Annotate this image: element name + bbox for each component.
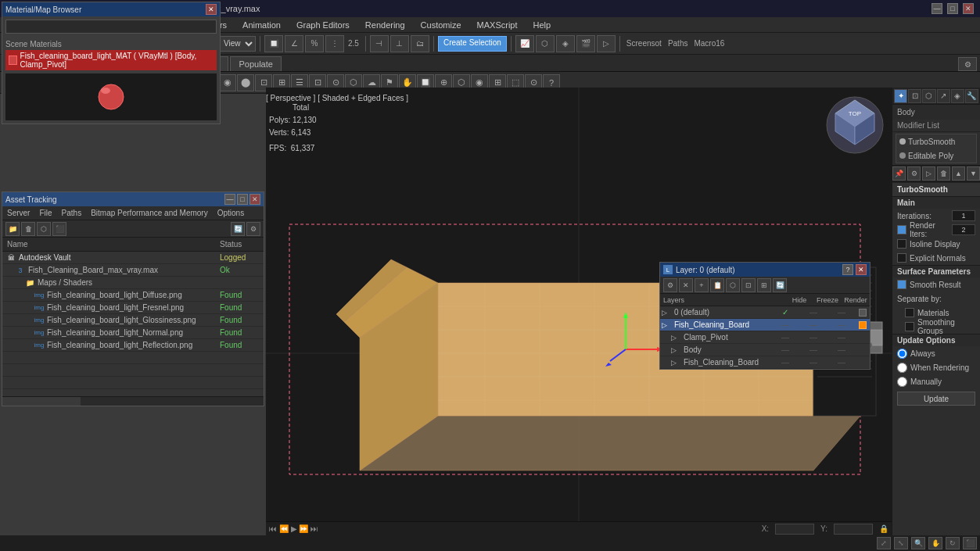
tb2-btn-13[interactable]: ◉ <box>219 74 236 91</box>
explicit-normals-checkbox[interactable] <box>897 253 906 263</box>
x-input[interactable] <box>775 524 814 535</box>
table-row[interactable] <box>2 364 264 377</box>
table-row[interactable]: img Fish_cleaning_board_light_Glossiness… <box>2 314 264 327</box>
mod-config-btn[interactable]: ⚙ <box>907 166 921 181</box>
angle-snap[interactable]: ∠ <box>285 35 303 52</box>
maximize-viewport-btn[interactable]: ⬛ <box>963 537 977 549</box>
layer-help-btn[interactable]: ? <box>842 264 853 275</box>
layer-tb-4[interactable]: 📋 <box>710 278 724 292</box>
tb2-btn-14[interactable]: ⬤ <box>237 74 254 91</box>
mat-browser-titlebar[interactable]: Material/Map Browser ✕ <box>2 2 220 16</box>
menu-animation[interactable]: Animation <box>239 19 284 31</box>
layer-row[interactable]: ▷ Clamp_Pivot — — — <box>660 331 870 344</box>
mod-anim-btn[interactable]: ▷ <box>922 166 935 181</box>
mod-display-icon[interactable]: ◈ <box>951 89 964 103</box>
tab-settings-btn[interactable]: ⚙ <box>958 57 977 71</box>
table-row[interactable]: 3 Fish_Cleaning_Board_max_vray.max Ok <box>2 264 264 277</box>
mirror-button[interactable]: ⊣ <box>370 35 389 52</box>
spinner-snap[interactable]: ⋮ <box>325 35 344 52</box>
at-close-btn[interactable]: ✕ <box>249 194 260 205</box>
mod-up-btn[interactable]: ▲ <box>952 166 965 181</box>
layer-dialog-titlebar[interactable]: L Layer: 0 (default) ? ✕ <box>660 263 870 277</box>
zoom-all-btn[interactable]: ⤡ <box>894 537 908 549</box>
at-menu-file[interactable]: File <box>39 209 52 217</box>
table-row[interactable]: img Fish_cleaning_board_light_Diffuse.pn… <box>2 289 264 302</box>
update-button[interactable]: Update <box>897 392 975 406</box>
layer-tb-8[interactable]: 🔄 <box>773 278 787 292</box>
material-editor[interactable]: ◈ <box>556 35 575 52</box>
mod-down-btn[interactable]: ▼ <box>967 166 980 181</box>
editable-poly-stack-item[interactable]: Editable Poly <box>896 148 976 163</box>
table-row[interactable] <box>2 377 264 389</box>
asset-tracking-titlebar[interactable]: Asset Tracking — □ ✕ <box>2 192 264 206</box>
mod-hierarchy-icon[interactable]: ⬡ <box>922 89 935 103</box>
curve-editor[interactable]: 📈 <box>515 35 534 52</box>
snaps-toggle[interactable]: 🔲 <box>264 35 283 52</box>
table-row[interactable]: img Fish_cleaning_board_light_Normal.png… <box>2 327 264 339</box>
render-button[interactable]: ▷ <box>597 35 616 52</box>
mat-browser-close[interactable]: ✕ <box>206 4 217 15</box>
layer-manager[interactable]: 🗂 <box>411 35 429 52</box>
render-setup[interactable]: 🎬 <box>576 35 595 52</box>
layer-close-btn[interactable]: ✕ <box>856 264 867 275</box>
at-tb-4[interactable]: ⬛ <box>52 222 66 236</box>
layer-tb-6[interactable]: ⊡ <box>741 278 756 292</box>
table-row[interactable]: img Fish_cleaning_board_light_Fresnel.pn… <box>2 302 264 314</box>
menu-customize[interactable]: Customize <box>418 19 465 31</box>
table-row[interactable]: img Fish_cleaning_board_light_Reflection… <box>2 339 264 352</box>
layer-tb-1[interactable]: ⚙ <box>663 278 677 292</box>
navigation-cube[interactable]: TOP <box>824 94 886 156</box>
create-selection-button[interactable]: Create Selection <box>438 36 507 52</box>
table-row[interactable]: 🏛 Autodesk Vault Logged <box>2 252 264 264</box>
tab-populate[interactable]: Populate <box>230 56 281 71</box>
material-item[interactable]: Fish_cleaning_board_light_MAT ( VRayMtl … <box>5 50 217 70</box>
layer-tb-2[interactable]: ✕ <box>679 278 693 292</box>
render-iters-input[interactable] <box>952 224 975 235</box>
menu-help[interactable]: Help <box>530 19 555 31</box>
mod-modify-icon[interactable]: ⊡ <box>908 89 921 103</box>
close-button[interactable]: ✕ <box>963 3 974 14</box>
at-maximize-btn[interactable]: □ <box>237 194 248 205</box>
at-menu-options[interactable]: Options <box>217 209 244 217</box>
table-row[interactable] <box>2 389 264 396</box>
at-menu-bitmap[interactable]: Bitmap Performance and Memory <box>91 209 208 217</box>
isoline-checkbox[interactable] <box>897 239 906 249</box>
menu-maxscript[interactable]: MAXScript <box>474 19 521 31</box>
mat-browser-search[interactable] <box>5 20 217 34</box>
at-tb-refresh[interactable]: 🔄 <box>231 222 245 236</box>
orbit-btn[interactable]: ↻ <box>946 537 960 549</box>
at-tb-2[interactable]: 🗑 <box>21 222 35 236</box>
table-row[interactable] <box>2 352 264 364</box>
layer-row[interactable]: ▷ Body — — — <box>660 344 870 356</box>
at-tb-settings[interactable]: ⚙ <box>246 222 260 236</box>
at-tb-1[interactable]: 📁 <box>5 222 20 236</box>
zoom-btn[interactable]: 🔍 <box>911 537 925 549</box>
layer-row[interactable]: ▷ 0 (default) ✓ — — <box>660 306 870 319</box>
at-minimize-btn[interactable]: — <box>224 194 235 205</box>
percent-snap[interactable]: % <box>305 35 324 52</box>
at-menu-paths[interactable]: Paths <box>62 209 82 217</box>
y-input[interactable] <box>834 524 873 535</box>
at-scrollbar-thumb[interactable] <box>2 397 81 406</box>
menu-graph-editors[interactable]: Graph Editors <box>293 19 353 31</box>
mod-motion-icon[interactable]: ↗ <box>937 89 950 103</box>
align-button[interactable]: ⊥ <box>390 35 409 52</box>
layer-tb-7[interactable]: ⊞ <box>757 278 771 292</box>
schematic-view[interactable]: ⬡ <box>536 35 555 52</box>
layer-tb-3[interactable]: + <box>695 278 709 292</box>
minimize-button[interactable]: — <box>932 3 942 14</box>
layer-tb-5[interactable]: ⬡ <box>726 278 740 292</box>
manually-radio[interactable] <box>897 377 907 387</box>
at-menu-server[interactable]: Server <box>7 209 30 217</box>
table-row[interactable]: 📁 Maps / Shaders <box>2 277 264 289</box>
maximize-button[interactable]: □ <box>947 3 958 14</box>
render-iters-checkbox[interactable] <box>897 225 906 234</box>
materials-checkbox[interactable] <box>905 308 914 317</box>
smooth-result-checkbox[interactable] <box>897 280 906 289</box>
mod-utilities-icon[interactable]: 🔧 <box>965 89 978 103</box>
iterations-input[interactable] <box>952 210 975 221</box>
at-tb-3[interactable]: ⬡ <box>37 222 51 236</box>
menu-rendering[interactable]: Rendering <box>362 19 408 31</box>
when-rendering-radio[interactable] <box>897 363 907 373</box>
mod-delete-btn[interactable]: 🗑 <box>937 166 950 181</box>
